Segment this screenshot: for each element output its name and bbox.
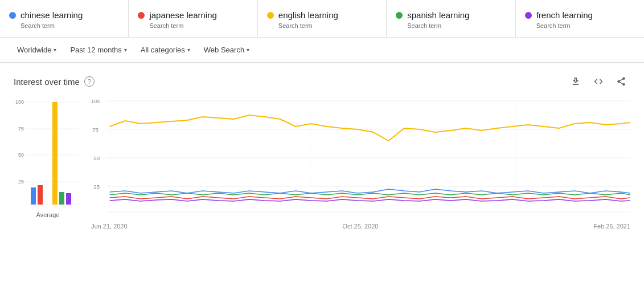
header-actions — [567, 72, 630, 91]
filters-bar: Worldwide▾Past 12 months▾All categories▾… — [0, 38, 644, 63]
help-icon[interactable]: ? — [84, 76, 95, 87]
svg-text:75: 75 — [18, 126, 24, 132]
filter-label-time: Past 12 months — [70, 46, 121, 54]
term-subtitle-japanese: Search term — [149, 22, 248, 29]
chevron-down-icon: ▾ — [124, 47, 127, 53]
term-dot-chinese — [9, 12, 16, 19]
download-button[interactable] — [567, 72, 585, 91]
term-title-french: french learning — [536, 10, 593, 20]
term-dot-english — [267, 12, 274, 19]
term-subtitle-spanish: Search term — [407, 22, 506, 29]
filter-categories[interactable]: All categories▾ — [135, 42, 196, 58]
chevron-down-icon: ▾ — [187, 47, 190, 53]
line-chart-area: 100 75 50 25 — [91, 95, 630, 230]
svg-text:25: 25 — [18, 179, 24, 185]
svg-rect-9 — [52, 102, 58, 205]
x-axis-labels: Jun 21, 2020 Oct 25, 2020 Feb 26, 2021 — [91, 223, 630, 230]
term-dot-spanish — [396, 12, 403, 19]
term-title-spanish: spanish learning — [407, 10, 469, 20]
svg-rect-11 — [38, 185, 43, 205]
svg-text:100: 100 — [15, 99, 24, 105]
svg-rect-12 — [59, 192, 64, 205]
term-subtitle-french: Search term — [536, 22, 635, 29]
interest-over-time-title: Interest over time — [14, 77, 80, 87]
search-term-chinese[interactable]: chinese learning Search term — [0, 0, 129, 37]
search-term-spanish[interactable]: spanish learning Search term — [387, 0, 515, 37]
search-term-japanese[interactable]: japanese learning Search term — [129, 0, 257, 37]
term-subtitle-english: Search term — [278, 22, 377, 29]
filter-location[interactable]: Worldwide▾ — [11, 42, 62, 58]
term-title-row-spanish: spanish learning — [396, 10, 506, 20]
x-label-2: Oct 25, 2020 — [342, 223, 378, 230]
svg-text:100: 100 — [91, 98, 100, 104]
japanese-line — [110, 197, 630, 199]
bar-chart-area: 100 75 50 25 Aver — [14, 95, 82, 230]
embed-button[interactable] — [589, 72, 608, 91]
french-line — [110, 199, 630, 201]
term-title-english: english learning — [278, 10, 338, 20]
filter-time[interactable]: Past 12 months▾ — [64, 42, 132, 58]
term-title-row-chinese: chinese learning — [9, 10, 119, 20]
chinese-line — [110, 189, 630, 193]
x-label-1: Jun 21, 2020 — [91, 223, 128, 230]
spanish-line — [110, 193, 630, 195]
term-dot-french — [525, 12, 532, 19]
interest-title-group: Interest over time ? — [14, 76, 95, 87]
svg-rect-13 — [66, 193, 71, 205]
english-line — [110, 115, 630, 141]
term-title-chinese: chinese learning — [20, 10, 83, 20]
term-title-row-japanese: japanese learning — [138, 10, 248, 20]
line-chart-svg: 100 75 50 25 — [91, 95, 630, 220]
search-term-french[interactable]: french learning Search term — [516, 0, 644, 37]
filter-search-type[interactable]: Web Search▾ — [198, 42, 255, 58]
term-title-japanese: japanese learning — [149, 10, 216, 20]
svg-text:75: 75 — [92, 126, 99, 133]
svg-text:50: 50 — [18, 152, 24, 158]
search-terms-bar: chinese learning Search term japanese le… — [0, 0, 644, 38]
svg-text:50: 50 — [93, 155, 100, 161]
svg-rect-10 — [31, 187, 36, 205]
bar-chart-svg: 100 75 50 25 — [14, 95, 82, 209]
chart-container: 100 75 50 25 Aver — [0, 95, 644, 239]
interest-header: Interest over time ? — [0, 63, 644, 95]
term-title-row-english: english learning — [267, 10, 377, 20]
filter-label-categories: All categories — [141, 46, 185, 54]
x-label-3: Feb 26, 2021 — [593, 223, 630, 230]
share-button[interactable] — [612, 72, 630, 91]
term-subtitle-chinese: Search term — [20, 22, 119, 29]
term-dot-japanese — [138, 12, 145, 19]
svg-text:25: 25 — [93, 183, 100, 190]
bar-chart-label: Average — [36, 211, 60, 218]
chevron-down-icon: ▾ — [54, 47, 56, 53]
filter-label-search-type: Web Search — [204, 46, 244, 54]
interest-section: Interest over time ? 100 75 50 25 — [0, 63, 644, 239]
term-title-row-french: french learning — [525, 10, 635, 20]
chevron-down-icon: ▾ — [247, 47, 249, 53]
search-term-english[interactable]: english learning Search term — [258, 0, 387, 37]
filter-label-location: Worldwide — [17, 46, 51, 54]
